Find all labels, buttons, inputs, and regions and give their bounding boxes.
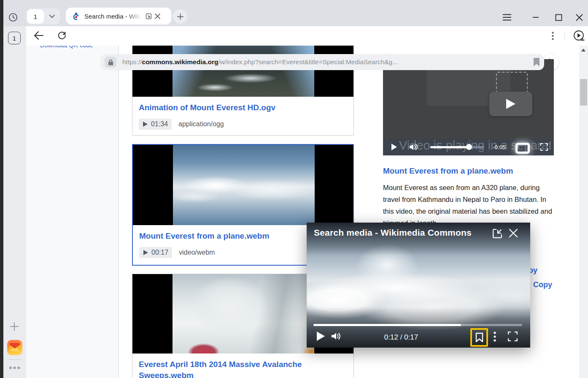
panel-divider [9, 359, 21, 360]
pip-toggle-button-active[interactable] [515, 143, 530, 154]
quickview-video-player[interactable]: Video is playing in a separate window -0… [383, 59, 554, 155]
pip-seek-fill [313, 324, 461, 326]
speaker-icon [409, 143, 418, 151]
fullscreen-button[interactable] [540, 143, 548, 151]
back-to-tab-button[interactable] [492, 228, 503, 239]
pip-time-display: 0:12 / 0:17 [367, 333, 435, 342]
result-title-link[interactable]: Everest April 18th 2014 Massive Avalanch… [139, 359, 347, 378]
quickview-description: Mount Everest as seen from an A320 plane… [383, 182, 554, 229]
address-bar[interactable]: https://commons.wikimedia.org/w/index.ph… [100, 54, 544, 70]
wiki-tools-sidebar: Download QR code [26, 46, 119, 378]
play-icon [505, 98, 516, 110]
tab-close-icon[interactable] [155, 14, 160, 19]
pip-more-button[interactable] [494, 332, 496, 342]
desktop-edge [0, 0, 3, 378]
pip-volume-button[interactable] [331, 332, 342, 341]
extensions-menu-button[interactable] [552, 32, 554, 40]
back-to-tab-icon [492, 228, 503, 239]
plus-icon [177, 14, 183, 20]
pip-placeholder-frame [496, 72, 528, 92]
bookmark-flag-icon[interactable] [533, 58, 540, 66]
fullscreen-icon [508, 332, 518, 341]
pip-seek-bar[interactable] [313, 324, 522, 326]
lock-icon[interactable] [105, 57, 116, 68]
pip-window[interactable]: Search media - Wikimedia Commons 0:12 / … [307, 223, 530, 348]
scroll-up-arrow[interactable] [581, 49, 585, 52]
hamburger-icon [502, 14, 512, 21]
kebab-icon [552, 32, 554, 40]
back-button[interactable] [34, 31, 44, 40]
reload-button[interactable] [57, 30, 67, 40]
reload-icon [57, 30, 67, 40]
back-arrow-icon [34, 31, 44, 40]
plus-icon [10, 322, 19, 331]
time-remaining: -0:05 [493, 144, 506, 150]
pip-play-button[interactable] [316, 331, 325, 341]
media-player-button[interactable] [573, 30, 585, 42]
wikimedia-commons-favicon [72, 12, 81, 21]
close-icon [576, 14, 583, 21]
browser-menu-button[interactable] [502, 12, 512, 23]
tab-title: Search media - Wikimedia Commons [84, 13, 143, 20]
bookmark-icon [475, 332, 483, 343]
player-icon [573, 30, 585, 42]
url-text[interactable]: https://commons.wikimedia.org/w/index.ph… [122, 58, 530, 66]
minimize-button[interactable] [530, 12, 541, 23]
pip-fullscreen-button[interactable] [508, 332, 518, 341]
minimize-icon [532, 16, 539, 18]
toolbar-divider [564, 31, 565, 41]
search-result-card[interactable]: Animation of Mount Everest HD.ogv 01:34 … [132, 30, 354, 136]
browser-window: Download QR code Animation of Mount Ever… [0, 0, 588, 378]
seek-handle[interactable] [466, 144, 472, 150]
tab-group-count: 1 [27, 9, 44, 24]
mail-app-button[interactable] [7, 340, 22, 355]
play-button[interactable] [391, 143, 397, 151]
seek-bar-fill [430, 146, 469, 148]
tab-counter-badge[interactable]: 1 [8, 32, 21, 44]
play-icon [316, 331, 325, 341]
mime-type: application/ogg [178, 120, 224, 128]
tab-pip-indicator-icon[interactable] [145, 13, 152, 20]
pip-close-button[interactable] [509, 228, 518, 238]
speaker-icon [331, 332, 342, 341]
history-button[interactable] [8, 12, 18, 22]
play-icon [391, 143, 397, 151]
clock-icon [8, 12, 18, 22]
active-tab[interactable]: Search media - Wikimedia Commons [66, 8, 171, 24]
seek-bar[interactable] [430, 146, 484, 148]
tab-group-chip[interactable]: 1 [26, 8, 60, 24]
play-icon [143, 250, 148, 256]
chevron-down-icon[interactable] [44, 15, 60, 18]
mime-type: video/webm [179, 249, 215, 256]
new-tab-button[interactable] [173, 9, 187, 24]
envelope-icon [7, 340, 22, 355]
duration-badge: 00:17 [139, 247, 172, 258]
copy-html-link[interactable]: Copy [533, 280, 552, 289]
scrollbar-thumb[interactable] [580, 79, 587, 106]
video-thumbnail[interactable] [133, 145, 353, 225]
window-close-button[interactable] [574, 12, 585, 23]
browser-side-panel: 1 ••• [3, 26, 26, 378]
page-scrollbar[interactable] [579, 46, 588, 378]
kebab-icon [494, 332, 496, 342]
duration-badge: 01:34 [139, 119, 172, 130]
result-title-link[interactable]: Animation of Mount Everest HD.ogv [139, 102, 347, 113]
pip-window-title: Search media - Wikimedia Commons [314, 228, 472, 238]
add-panel-button[interactable] [10, 322, 19, 331]
fullscreen-icon [540, 143, 548, 151]
close-icon [509, 228, 518, 238]
play-icon [143, 121, 148, 127]
quickview-title-link[interactable]: Mount Everest from a plane.webm [383, 166, 560, 176]
clouds-aerial-image [173, 145, 315, 225]
avalanche-image [173, 274, 314, 354]
panel-more-button[interactable]: ••• [9, 362, 21, 373]
pip-bookmark-button-highlighted[interactable] [470, 328, 488, 347]
tab-strip: 1 Search media - Wikimedia Commons [3, 0, 588, 26]
maximize-icon [555, 14, 562, 21]
address-toolbar: https://commons.wikimedia.org/w/index.ph… [26, 26, 588, 46]
maximize-button[interactable] [553, 12, 564, 23]
volume-button[interactable] [409, 143, 418, 151]
pip-placeholder-play-button [489, 92, 532, 116]
